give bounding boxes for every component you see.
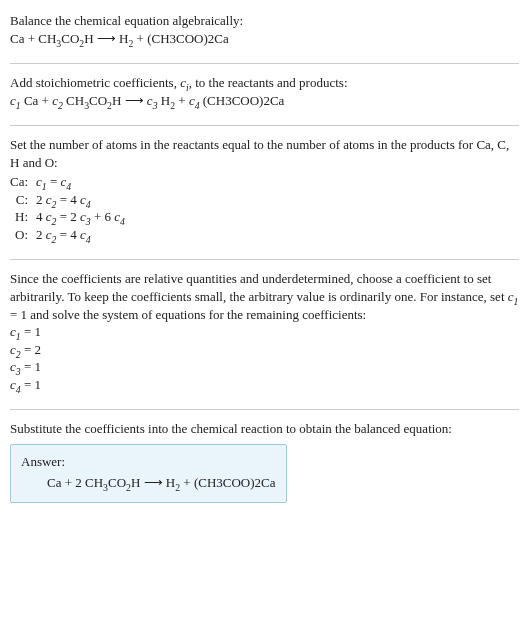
c1-symbol: c1: [508, 289, 519, 304]
eq-row-O: O: 2 c2 = 4 c4: [10, 226, 125, 244]
coef-c2: c2: [52, 93, 63, 108]
answer-label: Answer:: [21, 453, 276, 471]
arrow-icon: ⟶: [121, 93, 147, 108]
coef-c1: c1: [10, 93, 21, 108]
divider: [10, 125, 519, 126]
eq-label: Ca:: [10, 173, 36, 191]
sol-c4: c4 = 1: [10, 376, 519, 394]
answer-equation: Ca + 2 CH3CO2H ⟶ H2 + (CH3COO)2Ca: [21, 474, 276, 492]
ci-symbol: ci: [180, 75, 189, 90]
solution-list: c1 = 1 c2 = 2 c3 = 1 c4 = 1: [10, 323, 519, 393]
eq-value: c1 = c4: [36, 173, 125, 191]
step-answer: Substitute the coefficients into the che…: [10, 416, 519, 507]
eq-value: 2 c2 = 4 c4: [36, 226, 125, 244]
sol-c2: c2 = 2: [10, 341, 519, 359]
eq-label: C:: [10, 191, 36, 209]
eq-row-C: C: 2 c2 = 4 c4: [10, 191, 125, 209]
product-2: (CH3COO)2Ca: [147, 31, 229, 46]
eq-value: 2 c2 = 4 c4: [36, 191, 125, 209]
step1-equation: c1 Ca + c2 CH3CO2H ⟶ c3 H2 + c4 (CH3COO)…: [10, 92, 519, 110]
answer-box: Answer: Ca + 2 CH3CO2H ⟶ H2 + (CH3COO)2C…: [10, 444, 287, 503]
eq-value: 4 c2 = 2 c3 + 6 c4: [36, 208, 125, 226]
eq-row-H: H: 4 c2 = 2 c3 + 6 c4: [10, 208, 125, 226]
arrow-icon: ⟶: [94, 31, 120, 46]
step-solve: Since the coefficients are relative quan…: [10, 266, 519, 403]
step4-intro: Substitute the coefficients into the che…: [10, 420, 519, 438]
reactant-2: CH3CO2H: [38, 31, 93, 46]
plus: +: [133, 31, 147, 46]
header-section: Balance the chemical equation algebraica…: [10, 8, 519, 57]
header-equation: Ca + CH3CO2H ⟶ H2 + (CH3COO)2Ca: [10, 30, 519, 48]
divider: [10, 63, 519, 64]
step1-text: Add stoichiometric coefficients, ci, to …: [10, 74, 519, 92]
eq-row-Ca: Ca: c1 = c4: [10, 173, 125, 191]
coef-c3: c3: [147, 93, 158, 108]
element-equations: Ca: c1 = c4 C: 2 c2 = 4 c4 H: 4 c2 = 2 c…: [10, 173, 125, 243]
product-1: H2: [119, 31, 133, 46]
header-title: Balance the chemical equation algebraica…: [10, 12, 519, 30]
divider: [10, 259, 519, 260]
reactant-1: Ca: [10, 31, 24, 46]
step-atoms: Set the number of atoms in the reactants…: [10, 132, 519, 253]
step3-text: Since the coefficients are relative quan…: [10, 270, 519, 323]
arrow-icon: ⟶: [140, 475, 166, 490]
step2-intro: Set the number of atoms in the reactants…: [10, 136, 519, 171]
sol-c3: c3 = 1: [10, 358, 519, 376]
divider: [10, 409, 519, 410]
eq-label: H:: [10, 208, 36, 226]
plus: +: [24, 31, 38, 46]
sol-c1: c1 = 1: [10, 323, 519, 341]
eq-label: O:: [10, 226, 36, 244]
coef-c4: c4: [189, 93, 200, 108]
step-coeffs: Add stoichiometric coefficients, ci, to …: [10, 70, 519, 119]
